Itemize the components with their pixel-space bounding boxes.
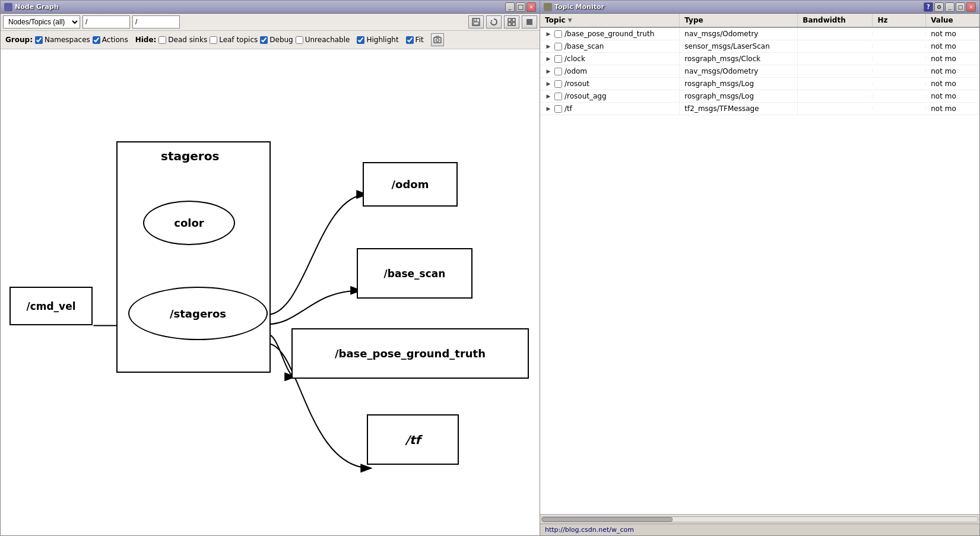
topic-column-header[interactable]: Topic ▼ [540, 14, 680, 27]
expand-arrow[interactable]: ▶ [545, 105, 552, 112]
row-checkbox[interactable] [554, 93, 562, 100]
actions-checkbox[interactable] [93, 36, 100, 44]
highlight-checkbox[interactable] [357, 36, 364, 44]
save-button[interactable] [468, 15, 484, 28]
expand-arrow[interactable]: ▶ [545, 93, 552, 100]
table-row[interactable]: ▶ /odom nav_msgs/Odometry not mo [540, 65, 979, 78]
expand-arrow[interactable]: ▶ [545, 68, 552, 75]
row-checkbox[interactable] [554, 105, 562, 113]
square-button[interactable] [522, 15, 537, 28]
color-node[interactable]: color [143, 201, 235, 245]
debug-checkbox[interactable] [260, 36, 268, 44]
group-options: Group: Namespaces Actions [5, 36, 128, 44]
tm-minimize-button[interactable]: _ [945, 2, 954, 12]
minimize-button[interactable]: _ [505, 2, 515, 12]
hz-cell [873, 45, 926, 48]
dead-sinks-checkbox[interactable] [158, 36, 166, 44]
value-cell: not mo [926, 65, 979, 77]
group-label: Group: [5, 36, 33, 44]
filter-input-1[interactable] [83, 15, 130, 28]
topic-cell: ▶ /tf [540, 103, 680, 115]
fit-checkbox[interactable] [406, 36, 414, 44]
svg-rect-1 [474, 18, 477, 21]
namespaces-label: Namespaces [45, 36, 90, 44]
maximize-button[interactable]: □ [516, 2, 525, 12]
table-header: Topic ▼ Type Bandwidth Hz Value [540, 14, 979, 28]
cmd-vel-node[interactable]: /cmd_vel [9, 287, 93, 325]
value-cell: not mo [926, 78, 979, 90]
status-text: http://blog.csdn.net/w_com [545, 526, 634, 534]
dead-sinks-label: Dead sinks [168, 36, 207, 44]
tf-node[interactable]: /tf [367, 414, 459, 465]
highlight-option: Highlight [357, 36, 398, 44]
svg-rect-2 [474, 22, 478, 25]
bandwidth-column-header[interactable]: Bandwidth [798, 14, 873, 27]
hz-column-header[interactable]: Hz [873, 14, 926, 27]
row-checkbox[interactable] [554, 30, 562, 38]
topic-name: /base_scan [564, 42, 604, 50]
graph-options-bar: Group: Namespaces Actions Hide: Dead sin… [1, 31, 540, 49]
scrollbar-thumb[interactable] [542, 517, 673, 522]
expand-arrow[interactable]: ▶ [545, 43, 552, 50]
tm-settings-button[interactable]: ⚙ [934, 2, 944, 12]
table-row[interactable]: ▶ /base_scan sensor_msgs/LaserScan not m… [540, 40, 979, 53]
base-pose-ground-truth-node[interactable]: /base_pose_ground_truth [291, 328, 529, 379]
filter-input-2[interactable] [132, 15, 180, 28]
type-cell: nav_msgs/Odometry [680, 28, 798, 40]
namespaces-checkbox[interactable] [35, 36, 43, 44]
fit-button[interactable] [504, 15, 519, 28]
tm-close-button[interactable]: ✕ [966, 2, 976, 12]
type-column-header[interactable]: Type [680, 14, 798, 27]
type-cell: rosgraph_msgs/Log [680, 90, 798, 102]
table-row[interactable]: ▶ /base_pose_ground_truth nav_msgs/Odome… [540, 28, 979, 40]
graph-canvas[interactable]: /cmd_vel stageros color /stageros /odom [1, 49, 540, 535]
topic-cell: ▶ /rosout [540, 78, 680, 90]
close-button[interactable]: ✕ [527, 2, 536, 12]
node-topic-select[interactable]: Nodes/Topics (all)Nodes onlyTopics only [3, 15, 80, 28]
table-row[interactable]: ▶ /tf tf2_msgs/TFMessage not mo [540, 103, 979, 115]
topic-cell: ▶ /base_pose_ground_truth [540, 28, 680, 40]
table-row[interactable]: ▶ /rosout_agg rosgraph_msgs/Log not mo [540, 90, 979, 103]
hz-cell [873, 57, 926, 61]
value-cell: not mo [926, 103, 979, 115]
tm-help-button[interactable]: ? [924, 2, 933, 12]
actions-option: Actions [93, 36, 128, 44]
row-checkbox[interactable] [554, 43, 562, 50]
stageros-node[interactable]: /stageros [128, 287, 268, 340]
table-row[interactable]: ▶ /clock rosgraph_msgs/Clock not mo [540, 53, 979, 65]
row-checkbox[interactable] [554, 80, 562, 88]
bandwidth-cell [798, 57, 873, 61]
hide-options: Hide: Dead sinks Leaf topics Debug Unrea… [135, 36, 350, 44]
row-checkbox[interactable] [554, 55, 562, 63]
bandwidth-cell [798, 32, 873, 36]
unreachable-checkbox[interactable] [296, 36, 303, 44]
topic-monitor-titlebar: Topic Monitor ? ⚙ _ □ ✕ [540, 1, 979, 14]
tm-maximize-button[interactable]: □ [956, 2, 965, 12]
horizontal-scrollbar[interactable] [540, 514, 979, 524]
node-graph-panel: Node Graph _ □ ✕ Nodes/Topics (all)Nodes… [0, 0, 540, 536]
refresh-button[interactable] [486, 15, 502, 28]
svg-rect-9 [434, 37, 441, 43]
expand-arrow[interactable]: ▶ [545, 80, 552, 87]
value-column-header[interactable]: Value [926, 14, 979, 27]
leaf-topics-checkbox[interactable] [210, 36, 217, 44]
type-cell: sensor_msgs/LaserScan [680, 40, 798, 52]
leaf-topics-option: Leaf topics [210, 36, 258, 44]
row-checkbox[interactable] [554, 68, 562, 75]
debug-option: Debug [260, 36, 293, 44]
expand-arrow[interactable]: ▶ [545, 30, 552, 37]
svg-rect-4 [508, 18, 511, 21]
scrollbar-track[interactable] [541, 516, 978, 522]
bandwidth-cell [798, 45, 873, 48]
leaf-topics-label: Leaf topics [219, 36, 258, 44]
topic-cell: ▶ /rosout_agg [540, 90, 680, 102]
topic-name: /rosout [564, 80, 589, 88]
topic-monitor-panel: Topic Monitor ? ⚙ _ □ ✕ Topic ▼ Type [540, 0, 980, 536]
type-cell: tf2_msgs/TFMessage [680, 103, 798, 115]
svg-rect-6 [508, 23, 511, 26]
base-scan-node[interactable]: /base_scan [357, 248, 472, 299]
table-row[interactable]: ▶ /rosout rosgraph_msgs/Log not mo [540, 78, 979, 90]
expand-arrow[interactable]: ▶ [545, 55, 552, 62]
screenshot-mini-button[interactable] [431, 33, 444, 46]
odom-node[interactable]: /odom [363, 162, 458, 207]
